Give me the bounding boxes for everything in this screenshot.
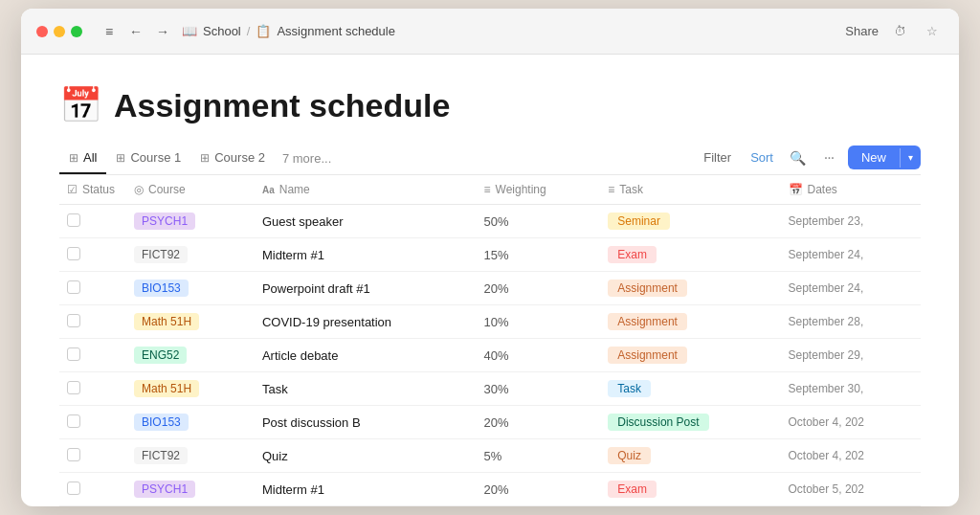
- new-button-arrow[interactable]: ▾: [901, 147, 921, 168]
- row-name[interactable]: Midterm #1: [251, 473, 473, 506]
- tab-course1[interactable]: ⊞ Course 1: [106, 145, 190, 174]
- task-badge[interactable]: Exam: [608, 246, 657, 263]
- row-name[interactable]: COVID-19 presentation: [251, 305, 473, 339]
- task-badge[interactable]: Assignment: [608, 280, 687, 297]
- row-name[interactable]: Guest speaker: [251, 205, 473, 238]
- row-name[interactable]: Quiz: [251, 439, 473, 473]
- row-name[interactable]: Article debate: [251, 339, 473, 372]
- row-name[interactable]: Post discussion B: [251, 406, 473, 439]
- table-body: PSYCH1Guest speaker50%SeminarSeptember 2…: [59, 205, 921, 506]
- name-col-icon: Aa: [262, 185, 275, 195]
- course-col-label: Course: [148, 183, 186, 196]
- row-weight: 5%: [473, 439, 597, 473]
- status-col-label: Status: [82, 183, 115, 196]
- row-name[interactable]: Midterm #1: [251, 238, 473, 272]
- course-badge[interactable]: PSYCH1: [134, 213, 195, 230]
- task-badge[interactable]: Discussion Post: [608, 414, 708, 431]
- table-row: ENG52Article debate40%AssignmentSeptembe…: [59, 339, 921, 372]
- row-date: October 4, 202: [777, 406, 921, 439]
- row-date: September 24,: [777, 238, 921, 272]
- row-checkbox-cell: [59, 439, 122, 473]
- row-name[interactable]: Powerpoint draft #1: [251, 272, 473, 305]
- row-course: FICT92: [122, 238, 251, 272]
- course-badge[interactable]: FICT92: [134, 447, 188, 464]
- close-button[interactable]: [36, 26, 48, 37]
- school-label[interactable]: School: [203, 24, 241, 38]
- row-checkbox-cell: [59, 339, 122, 372]
- task-badge[interactable]: Assignment: [608, 313, 687, 330]
- row-task: Quiz: [596, 439, 776, 473]
- maximize-button[interactable]: [71, 26, 82, 37]
- table-wrapper: ☑ Status ◎ Course Aa: [59, 175, 921, 506]
- search-icon[interactable]: 🔍: [787, 146, 810, 169]
- page-label[interactable]: Assignment schedule: [277, 24, 395, 38]
- task-badge[interactable]: Assignment: [608, 347, 687, 364]
- course-badge[interactable]: BIO153: [134, 280, 189, 297]
- row-date: September 29,: [777, 339, 921, 372]
- course-badge[interactable]: ENG52: [134, 347, 187, 364]
- task-badge[interactable]: Seminar: [608, 213, 670, 230]
- row-checkbox[interactable]: [67, 213, 80, 227]
- tab-all[interactable]: ⊞ All: [59, 145, 106, 174]
- table-row: BIO153Post discussion B20%Discussion Pos…: [59, 406, 921, 439]
- new-button[interactable]: New: [848, 146, 900, 169]
- tabs-more[interactable]: 7 more...: [275, 146, 339, 173]
- course-badge[interactable]: FICT92: [134, 246, 188, 263]
- share-button[interactable]: Share: [845, 24, 879, 38]
- col-name: Aa Name: [251, 175, 473, 205]
- filter-button[interactable]: Filter: [698, 147, 737, 168]
- row-checkbox[interactable]: [67, 481, 80, 495]
- row-checkbox[interactable]: [67, 381, 80, 394]
- row-course: Math 51H: [122, 372, 251, 406]
- row-task: Task: [596, 372, 776, 406]
- course-badge[interactable]: Math 51H: [134, 313, 199, 330]
- back-button[interactable]: ←: [124, 20, 147, 43]
- task-badge[interactable]: Exam: [608, 481, 657, 498]
- col-course: ◎ Course: [122, 175, 251, 205]
- more-options-icon[interactable]: ···: [817, 146, 840, 169]
- col-status-check: ☑ Status: [59, 175, 122, 205]
- row-course: Math 51H: [122, 305, 251, 339]
- row-task: Assignment: [596, 305, 776, 339]
- row-weight: 10%: [473, 305, 597, 339]
- app-window: ≡ ← → 📖 School / 📋 Assignment schedule S…: [21, 9, 959, 506]
- tab-course2[interactable]: ⊞ Course 2: [190, 145, 275, 174]
- course-badge[interactable]: Math 51H: [134, 380, 199, 397]
- minimize-button[interactable]: [54, 26, 65, 37]
- favorite-icon[interactable]: ☆: [921, 20, 944, 43]
- course-badge[interactable]: BIO153: [134, 414, 189, 431]
- history-icon[interactable]: ⏱: [888, 20, 911, 43]
- table-row: Math 51HCOVID-19 presentation10%Assignme…: [59, 305, 921, 339]
- row-course: PSYCH1: [122, 205, 251, 238]
- titlebar: ≡ ← → 📖 School / 📋 Assignment schedule S…: [21, 9, 959, 55]
- dates-col-icon: 📅: [789, 183, 803, 196]
- tab-all-icon: ⊞: [69, 151, 78, 165]
- row-checkbox[interactable]: [67, 347, 80, 361]
- course-badge[interactable]: PSYCH1: [134, 481, 195, 498]
- forward-button[interactable]: →: [151, 20, 174, 43]
- row-date: September 23,: [777, 205, 921, 238]
- row-checkbox[interactable]: [67, 280, 80, 294]
- task-badge[interactable]: Task: [608, 380, 651, 397]
- row-checkbox-cell: [59, 238, 122, 272]
- weighting-col-icon: ≡: [484, 183, 491, 196]
- row-checkbox[interactable]: [67, 414, 80, 428]
- row-checkbox[interactable]: [67, 448, 80, 461]
- row-name[interactable]: Task: [251, 372, 473, 406]
- row-task: Seminar: [596, 205, 776, 238]
- row-checkbox[interactable]: [67, 314, 80, 327]
- col-dates: 📅 Dates: [777, 175, 921, 205]
- page-title: Assignment schedule: [114, 87, 450, 124]
- row-checkbox[interactable]: [67, 247, 80, 260]
- sort-button[interactable]: Sort: [745, 147, 779, 168]
- table-row: FICT92Quiz5%QuizOctober 4, 202: [59, 439, 921, 473]
- row-course: BIO153: [122, 406, 251, 439]
- table-row: PSYCH1Midterm #120%ExamOctober 5, 202: [59, 473, 921, 506]
- row-weight: 15%: [473, 238, 597, 272]
- content-area: 📅 Assignment schedule ⊞ All ⊞ Course 1 ⊞…: [21, 55, 959, 506]
- dates-col-label: Dates: [808, 183, 837, 196]
- task-badge[interactable]: Quiz: [608, 447, 651, 464]
- tabs-bar: ⊞ All ⊞ Course 1 ⊞ Course 2 7 more... Fi…: [59, 145, 921, 175]
- row-checkbox-cell: [59, 305, 122, 339]
- hamburger-icon[interactable]: ≡: [98, 20, 121, 43]
